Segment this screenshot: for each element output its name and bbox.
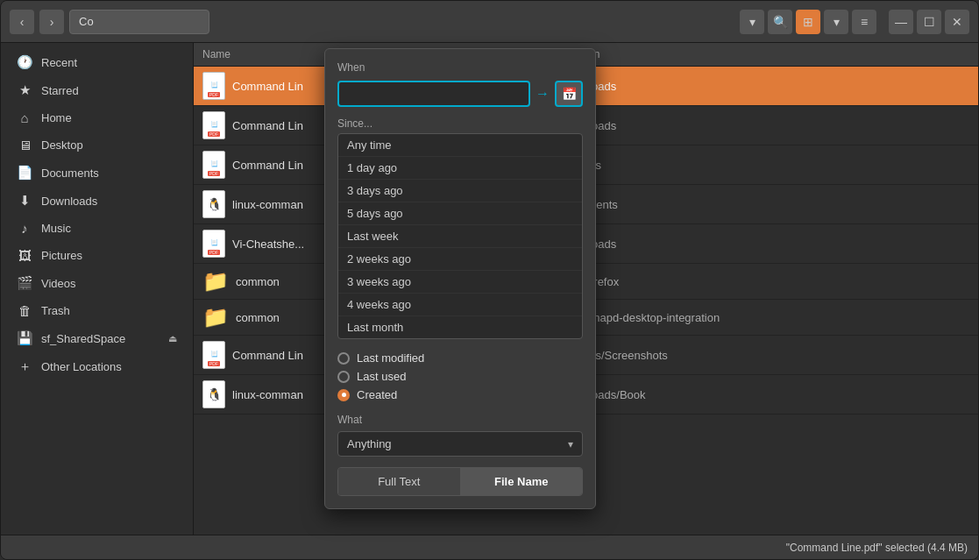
since-label: Since... <box>337 117 583 130</box>
file-name-button[interactable]: File Name <box>461 468 583 495</box>
grid-view-button[interactable]: ⊞ <box>796 10 820 34</box>
file-location: Pictures/Screenshots <box>551 336 978 375</box>
since-option[interactable]: Any time <box>338 134 582 157</box>
view-dropdown-button[interactable]: ▾ <box>824 10 848 34</box>
sidebar-item-sf-sharedspace[interactable]: 💾 sf_SharedSpace ⏏ <box>4 324 189 352</box>
radio-label: Last used <box>357 370 406 383</box>
sidebar-item-other-locations[interactable]: ＋ Other Locations <box>4 352 189 381</box>
file-name: Command Lin <box>232 349 303 362</box>
sidebar-label-home: Home <box>41 111 177 124</box>
sidebar-item-documents[interactable]: 📄 Documents <box>4 159 189 187</box>
sidebar-label-recent: Recent <box>41 56 177 69</box>
file-location: Downloads/Book <box>551 375 978 415</box>
sidebar-item-trash[interactable]: 🗑 Trash <box>4 297 189 324</box>
radio-option[interactable]: Created <box>337 388 583 401</box>
home-icon: ⌂ <box>17 110 32 125</box>
file-name: Command Lin <box>232 159 303 172</box>
radio-option[interactable]: Last used <box>337 370 583 383</box>
sidebar: 🕐 Recent ★ Starred ⌂ Home 🖥 Desktop 📄 Do… <box>1 43 194 535</box>
file-location: snap/snapd-desktop-integration <box>551 300 978 336</box>
radio-dot-icon <box>337 371 350 383</box>
since-option[interactable]: 3 weeks ago <box>338 271 582 294</box>
radio-label: Created <box>357 388 397 401</box>
pictures-icon: 🖼 <box>17 248 32 263</box>
trash-icon: 🗑 <box>17 303 32 318</box>
file-name: linux-comman <box>232 198 303 211</box>
popup-actions: Full Text File Name <box>337 467 583 496</box>
search-button[interactable]: 🔍 <box>768 10 792 34</box>
minimize-button[interactable]: — <box>889 10 913 34</box>
eject-icon[interactable]: ⏏ <box>168 333 177 344</box>
radio-option[interactable]: Last modified <box>337 351 583 365</box>
starred-icon: ★ <box>17 82 32 98</box>
since-option[interactable]: 4 weeks ago <box>338 294 582 316</box>
sidebar-label-trash: Trash <box>41 304 177 317</box>
sidebar-item-music[interactable]: ♪ Music <box>4 215 189 242</box>
downloads-icon: ⬇ <box>17 193 32 209</box>
sidebar-label-starred: Starred <box>41 84 177 97</box>
sf-sharedspace-icon: 💾 <box>17 330 32 346</box>
sidebar-label-pictures: Pictures <box>41 249 177 262</box>
back-button[interactable]: ‹ <box>10 10 34 34</box>
radio-dot-icon <box>337 389 350 401</box>
search-popup: When → 📅 Since... Any time1 day ago3 day… <box>324 48 596 509</box>
since-option[interactable]: 3 days ago <box>338 180 582 202</box>
sidebar-item-videos[interactable]: 🎬 Videos <box>4 269 189 297</box>
maximize-button[interactable]: ☐ <box>917 10 941 34</box>
since-option[interactable]: Last week <box>338 225 582 248</box>
sidebar-label-other-locations: Other Locations <box>41 360 177 373</box>
when-input-row: → 📅 <box>337 81 583 107</box>
file-location: snap/firefox <box>551 264 978 300</box>
what-select-arrow-icon: ▾ <box>568 438 573 450</box>
toolbar: ‹ › ▾ 🔍 ⊞ ▾ ≡ — ☐ ✕ <box>1 1 978 43</box>
when-date-input[interactable] <box>337 81 530 107</box>
sidebar-label-videos: Videos <box>41 277 177 290</box>
since-option[interactable]: 2 weeks ago <box>338 248 582 271</box>
radio-label: Last modified <box>357 351 424 365</box>
full-text-button[interactable]: Full Text <box>338 468 461 495</box>
radio-dot-icon <box>337 352 350 365</box>
what-select-label: Anything <box>347 437 568 450</box>
file-location: Downloads <box>551 67 978 106</box>
videos-icon: 🎬 <box>17 275 32 291</box>
since-list: Any time1 day ago3 days ago5 days agoLas… <box>337 133 583 339</box>
forward-button[interactable]: › <box>39 10 64 34</box>
calendar-button[interactable]: 📅 <box>555 81 583 107</box>
sidebar-item-pictures[interactable]: 🖼 Pictures <box>4 242 189 269</box>
file-location: Downloads <box>551 106 978 145</box>
sidebar-label-desktop: Desktop <box>41 138 177 152</box>
arrow-indicator: → <box>536 86 550 102</box>
file-name: Command Lin <box>232 119 303 132</box>
what-label: What <box>337 414 583 426</box>
since-option[interactable]: 5 days ago <box>338 202 582 225</box>
file-name: Command Lin <box>232 80 303 93</box>
statusbar: "Command Line.pdf" selected (4.4 MB) <box>1 535 978 559</box>
statusbar-text: "Command Line.pdf" selected (4.4 MB) <box>786 542 968 554</box>
sidebar-item-downloads[interactable]: ⬇ Downloads <box>4 187 189 215</box>
sidebar-item-home[interactable]: ⌂ Home <box>4 104 189 131</box>
sidebar-item-desktop[interactable]: 🖥 Desktop <box>4 131 189 159</box>
other-locations-icon: ＋ <box>17 358 32 375</box>
since-option[interactable]: 1 day ago <box>338 157 582 180</box>
search-input[interactable] <box>69 10 209 34</box>
since-option[interactable]: Last month <box>338 316 582 338</box>
file-name: Vi-Cheatshe... <box>232 237 304 251</box>
sidebar-label-music: Music <box>41 222 177 235</box>
sidebar-label-documents: Documents <box>41 167 177 180</box>
sidebar-item-starred[interactable]: ★ Starred <box>4 76 189 104</box>
file-name: common <box>236 311 280 324</box>
music-icon: ♪ <box>17 221 32 236</box>
documents-icon: 📄 <box>17 165 32 181</box>
location-column-header[interactable]: Location <box>551 43 978 67</box>
file-location: Downloads <box>551 224 978 264</box>
sidebar-label-sf-sharedspace: sf_SharedSpace <box>41 332 125 345</box>
what-select[interactable]: Anything ▾ <box>337 431 583 457</box>
when-label: When <box>337 61 583 74</box>
radio-group: Last modifiedLast usedCreated <box>337 351 583 401</box>
sidebar-label-downloads: Downloads <box>41 195 177 208</box>
sidebar-item-recent[interactable]: 🕐 Recent <box>4 48 189 76</box>
dropdown-view-button[interactable]: ▾ <box>740 10 764 34</box>
desktop-icon: 🖥 <box>17 138 32 152</box>
list-view-button[interactable]: ≡ <box>852 10 876 34</box>
close-button[interactable]: ✕ <box>945 10 969 34</box>
